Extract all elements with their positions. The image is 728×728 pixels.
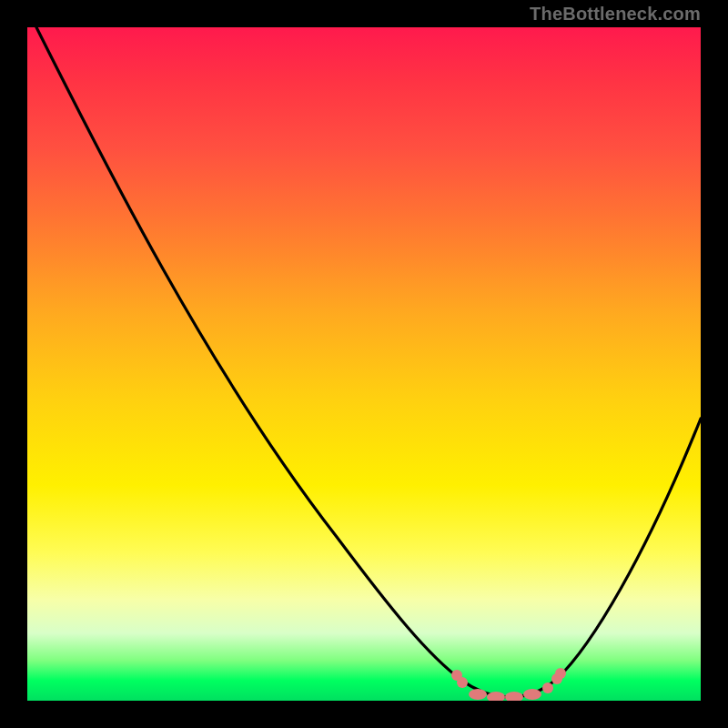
- bottleneck-curve: [27, 27, 701, 701]
- svg-point-5: [523, 689, 541, 700]
- svg-point-8: [555, 668, 566, 679]
- plot-area: [27, 27, 701, 701]
- svg-point-4: [505, 692, 523, 701]
- curve-path: [36, 27, 701, 697]
- svg-point-2: [469, 689, 487, 700]
- svg-point-6: [542, 682, 553, 693]
- chart-container: TheBottleneck.com: [0, 0, 728, 728]
- svg-point-1: [457, 677, 468, 688]
- watermark-text: TheBottleneck.com: [530, 4, 701, 25]
